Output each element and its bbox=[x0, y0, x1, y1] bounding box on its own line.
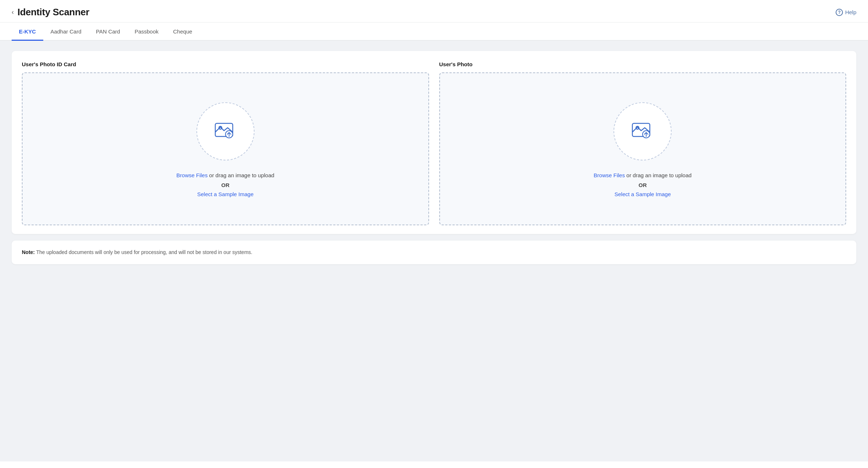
upload-card: User's Photo ID Card bbox=[12, 51, 856, 234]
left-panel-title: User's Photo ID Card bbox=[22, 61, 429, 67]
tab-ekyc[interactable]: E-KYC bbox=[12, 23, 43, 41]
right-sample-link[interactable]: Select a Sample Image bbox=[615, 191, 671, 197]
main-content: User's Photo ID Card bbox=[0, 41, 868, 461]
right-drag-text: or drag an image to upload bbox=[625, 172, 691, 178]
tab-pan[interactable]: PAN Card bbox=[89, 23, 127, 41]
back-arrow-icon[interactable]: ‹ bbox=[12, 8, 14, 16]
note-body: The uploaded documents will only be used… bbox=[35, 249, 252, 255]
left-upload-icon-circle bbox=[196, 102, 255, 160]
left-upload-icon bbox=[212, 118, 239, 144]
help-button[interactable]: ? Help bbox=[836, 9, 856, 16]
right-browse-text: Browse Files or drag an image to upload bbox=[594, 172, 692, 178]
right-or-text: OR bbox=[639, 182, 647, 188]
page-wrapper: ‹ Identity Scanner ? Help E-KYC Aadhar C… bbox=[0, 0, 868, 468]
note-text: Note: The uploaded documents will only b… bbox=[22, 249, 846, 256]
right-browse-link[interactable]: Browse Files bbox=[594, 172, 625, 178]
left-browse-link[interactable]: Browse Files bbox=[176, 172, 208, 178]
help-label: Help bbox=[845, 9, 856, 15]
header-left: ‹ Identity Scanner bbox=[12, 7, 89, 18]
tab-passbook[interactable]: Passbook bbox=[127, 23, 166, 41]
tab-cheque[interactable]: Cheque bbox=[166, 23, 200, 41]
page-title: Identity Scanner bbox=[17, 7, 89, 18]
left-dropzone[interactable]: Browse Files or drag an image to upload … bbox=[22, 72, 429, 225]
left-sample-link[interactable]: Select a Sample Image bbox=[197, 191, 253, 197]
note-bold: Note: bbox=[22, 249, 35, 255]
svg-point-5 bbox=[636, 126, 639, 129]
right-upload-icon bbox=[629, 118, 656, 144]
left-or-text: OR bbox=[221, 182, 230, 188]
tab-aadhar[interactable]: Aadhar Card bbox=[43, 23, 89, 41]
left-upload-panel: User's Photo ID Card bbox=[22, 61, 429, 225]
right-dropzone[interactable]: Browse Files or drag an image to upload … bbox=[439, 72, 847, 225]
help-circle-icon: ? bbox=[836, 9, 843, 16]
left-browse-text: Browse Files or drag an image to upload bbox=[176, 172, 274, 178]
left-drag-text: or drag an image to upload bbox=[208, 172, 274, 178]
tabs-bar: E-KYC Aadhar Card PAN Card Passbook Cheq… bbox=[0, 23, 868, 41]
upload-panels: User's Photo ID Card bbox=[22, 61, 846, 225]
right-upload-icon-circle bbox=[613, 102, 672, 160]
header: ‹ Identity Scanner ? Help bbox=[0, 0, 868, 23]
right-panel-title: User's Photo bbox=[439, 61, 847, 67]
right-upload-panel: User's Photo bbox=[439, 61, 847, 225]
note-card: Note: The uploaded documents will only b… bbox=[12, 241, 856, 264]
svg-point-1 bbox=[219, 126, 222, 129]
